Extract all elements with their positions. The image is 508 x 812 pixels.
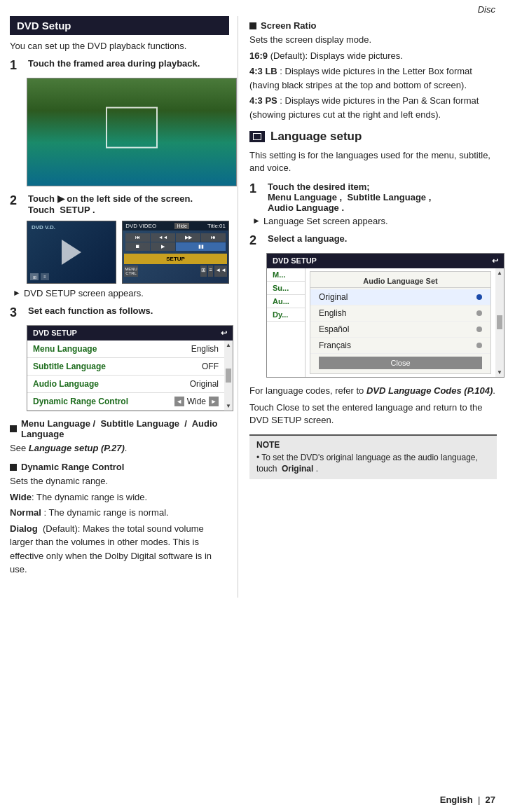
lang-francais-dot (476, 343, 482, 348)
setup-row-menu-lang[interactable]: Menu Language English (27, 340, 224, 358)
subtitle-lang-label: Subtitle Language (33, 362, 202, 371)
dvd-setup-back-arrow[interactable]: ↩ (221, 329, 227, 338)
bullet-dynamic-range-heading: Dynamic Range Control (10, 462, 229, 472)
audio-lang-overlay: Audio Language Set Original English Espa… (306, 268, 495, 377)
lang-close-button[interactable]: Close (319, 357, 482, 369)
audio-lang-value: Original (190, 379, 219, 389)
panel-icons: ⊞ ≡ (30, 273, 49, 280)
setup-button[interactable]: SETUP (124, 254, 227, 264)
note-body: • To set the DVD's original language as … (256, 452, 490, 476)
audio-lang-set-panel: Audio Language Set Original English Espa… (310, 271, 491, 374)
dynamic-range-value: Wide (187, 397, 206, 406)
ctrl-menu[interactable]: MENUCTRL (124, 266, 138, 277)
dvd-setup-heading: DVD Setup (10, 16, 229, 35)
bullet-dynamic-range-section: Dynamic Range Control Sets the dynamic r… (10, 462, 229, 577)
bullet-menu-lang-section: Menu Language / Subtitle Language / Audi… (10, 418, 229, 455)
lang-scroll-thumb (497, 315, 502, 329)
ctrl-stop[interactable]: ⏹ (125, 242, 150, 251)
lang-original-dot (476, 294, 482, 300)
lang-result-arrow-icon: ► (252, 216, 261, 226)
step-2: 2 Touch ▶ on the left side of the screen… (10, 193, 229, 299)
step-3-number: 3 (10, 305, 24, 321)
step-1-number: 1 (10, 58, 24, 74)
lang-option-espanol[interactable]: Español (310, 322, 490, 338)
page-section-header: Disc (0, 0, 508, 16)
lang-step-1-line1: Touch the desired item; (268, 181, 431, 192)
step-1-label: Touch the framed area during playback. (28, 58, 200, 70)
page-number: 27 (486, 794, 495, 805)
dynamic-range-dialog: Dialog (Default): Makes the total sound … (10, 522, 229, 577)
dvd-lang-left-labels: M... Su... Au... Dy... (267, 268, 306, 377)
lang-scroll-up[interactable]: ▲ (497, 270, 502, 276)
audio-lang-set-title: Audio Language Set (310, 275, 490, 288)
dvd-controls-grid: ⏮ ◄◄ ▶▶ ⏭ ⏹ ▶ ▮▮ (124, 232, 227, 252)
ctrl-prev2[interactable]: ◄◄ (214, 266, 227, 277)
dvd-setup-lang-box: DVD SETUP ↩ M... Su... Au... Dy... Audio (266, 253, 504, 378)
dvd-setup-lang-back[interactable]: ↩ (492, 256, 498, 266)
lang-option-english[interactable]: English (310, 305, 490, 322)
screen-ratio-43lb: 4:3 LB : Displays wide pictures in the L… (249, 64, 497, 92)
lang-scroll-down[interactable]: ▼ (497, 369, 502, 376)
lang-icon-inner (253, 133, 261, 140)
footer-language: English (440, 794, 473, 805)
lang-option-original[interactable]: Original (310, 289, 490, 305)
ctrl-pause[interactable]: ▮▮ (176, 242, 226, 251)
lang-option-francais[interactable]: Français (310, 338, 490, 354)
lang-espanol-dot (476, 326, 482, 332)
lang-scrollbar[interactable]: ▲ ▼ (495, 268, 504, 377)
lang-row-dy[interactable]: Dy... (267, 308, 305, 322)
lang-row-m[interactable]: M... (267, 268, 305, 282)
bottom-controls: MENUCTRL ⊞ ≡ ◄◄ (123, 266, 228, 278)
screen-ratio-43ps: 4:3 PS : Displays wide pictures in the P… (249, 94, 497, 121)
ctrl-rewind[interactable]: ⏮ (125, 233, 150, 242)
dvd-setup-lang-header: DVD SETUP ↩ (267, 254, 504, 268)
lang-english-dot (476, 310, 482, 316)
lang-row-au[interactable]: Au... (267, 295, 305, 308)
setup-scrollbar[interactable]: ▲ ▼ (224, 340, 233, 411)
screen-ratio-body: Sets the screen display mode. 16:9 (Defa… (249, 33, 497, 121)
setup-row-audio-lang[interactable]: Audio Language Original (27, 376, 224, 393)
lang-step-1-result: ► Language Set screen appears. (252, 216, 497, 226)
lang-row-su[interactable]: Su... (267, 282, 305, 295)
scroll-up-arrow[interactable]: ▲ (226, 342, 231, 348)
audio-lang-label: Audio Language (33, 379, 190, 389)
lang-step-1-line3: Audio Language . (268, 202, 431, 213)
scroll-down-arrow[interactable]: ▼ (226, 403, 231, 409)
dyn-right-arrow[interactable]: ► (209, 397, 219, 406)
note-title: NOTE (256, 440, 490, 450)
bullet-square-icon-2 (10, 464, 17, 471)
lang-para1: For language codes, refer to DVD Languag… (249, 385, 497, 397)
lang-setup-heading: Language setup (249, 130, 497, 145)
ctrl-chevron[interactable]: ≡ (208, 266, 213, 277)
step-2-result: ► DVD SETUP screen appears. (13, 288, 229, 298)
step-1: 1 Touch the framed area during playback. (10, 58, 229, 186)
dynamic-range-wide: Wide: The dynamic range is wide. (10, 490, 229, 504)
bullet-menu-lang-heading: Menu Language / Subtitle Language / Audi… (10, 418, 229, 439)
screen-ratio-square-icon (249, 22, 256, 29)
ctrl-prev[interactable]: ◄◄ (151, 233, 175, 242)
ctrl-skip[interactable]: ⏭ (201, 233, 226, 242)
dvd-setup-content: Menu Language English Subtitle Language … (27, 340, 233, 411)
dvd-title-num: Title:01 (207, 223, 226, 229)
lang-step-1-number: 1 (249, 181, 263, 197)
bullet-menu-lang-title: Menu Language / Subtitle Language / Audi… (21, 418, 229, 439)
step-2-number: 2 (10, 193, 24, 209)
step-3-header: 3 Set each function as follows. (10, 305, 229, 321)
dvd-setup-lang-title: DVD SETUP (273, 256, 317, 265)
ctrl-grid[interactable]: ⊞ (200, 266, 207, 277)
dynamic-range-label: Dynamic Range Control (33, 397, 174, 406)
ctrl-fwd[interactable]: ▶▶ (176, 233, 200, 242)
ctrl-play[interactable]: ▶ (151, 242, 175, 251)
setup-row-subtitle-lang[interactable]: Subtitle Language OFF (27, 358, 224, 376)
dvd-panel-right: DVD VIDEO Hide Title:01 ⏮ ◄◄ ▶▶ ⏭ ⏹ ▶ ▮▮ (122, 221, 229, 284)
panel-arrow (62, 240, 81, 265)
dyn-left-arrow[interactable]: ◄ (174, 397, 184, 406)
playback-image (27, 78, 237, 186)
dvd-panels: DVD V.D. ⊞ ≡ DVD VIDEO Hide Title:01 (27, 221, 229, 284)
lang-setup-title: Language setup (270, 130, 362, 144)
dvd-hide-btn[interactable]: Hide (174, 223, 188, 229)
lang-original-label: Original (319, 292, 348, 302)
dvd-setup-rows: Menu Language English Subtitle Language … (27, 340, 224, 411)
setup-row-dynamic-range[interactable]: Dynamic Range Control ◄ Wide ► (27, 393, 224, 411)
dvd-setup-box-header: DVD SETUP ↩ (27, 326, 233, 340)
